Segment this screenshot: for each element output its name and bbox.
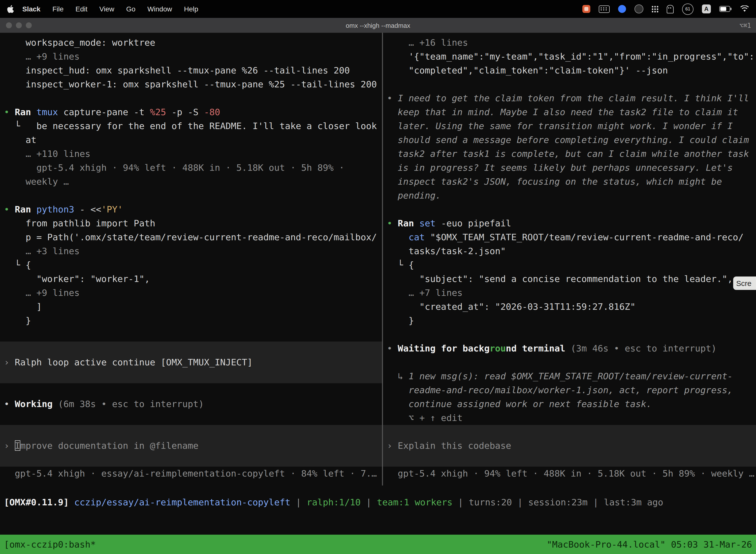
tmux-session-label: [omx-cczip0:bash* [4, 539, 96, 550]
terminal-line [383, 203, 756, 216]
terminal-text-segment: … +3 lines [4, 246, 80, 256]
terminal-text-segment: | [452, 497, 468, 507]
terminal-line: … +16 lines [383, 36, 756, 50]
overlay-tooltip: Scre [733, 277, 756, 290]
terminal-line: keep that in mind. Maybe I also need the… [383, 105, 756, 119]
terminal-text-segment: capture-pane -t [63, 107, 150, 117]
window-title-bar[interactable]: omx --xhigh --madmax ⌥⌘1 [0, 18, 756, 33]
terminal-text-segment: └ be necessary for the end of the README… [4, 121, 377, 131]
terminal-line: readme-and-reco/mailbox/worker-1.json, a… [383, 383, 756, 397]
terminal-text-segment: python3 [37, 204, 80, 214]
terminal-text-segment: inspect task2's JSON, focusing on the st… [387, 176, 722, 187]
terminal-line: › Improve documentation in @filename [0, 439, 382, 453]
terminal-text-segment [69, 497, 74, 507]
terminal-text-segment: gpt-5.4 xhigh · essay/ai-reimplementatio… [4, 468, 377, 479]
terminal-text-segment: mprove documentation in @filename [20, 440, 198, 451]
terminal-text-segment: | [512, 497, 528, 507]
terminal-line: tasks/task-2.json" [383, 244, 756, 258]
wifi-icon[interactable] [740, 5, 749, 12]
terminal-text-segment: Ralph loop active continue [OMX_TMUX_INJ… [15, 357, 253, 367]
terminal-line: • I need to get the claim token from the… [383, 91, 756, 105]
terminal-line: cat "$OMX_TEAM_STATE_ROOT/team/review-cu… [383, 230, 756, 244]
terminal-text-segment: (6m 38s • esc to interrupt) [58, 399, 204, 409]
window-title: omx --xhigh --madmax [0, 21, 756, 29]
terminal-text-segment: set [420, 218, 441, 228]
terminal-text-segment: Ran [15, 204, 37, 214]
terminal-text-segment: cat [408, 232, 430, 242]
menu-item-window[interactable]: Window [142, 0, 178, 18]
blue-app-icon[interactable] [618, 5, 626, 13]
menu-item-help[interactable]: Help [179, 0, 204, 18]
menu-item-go[interactable]: Go [121, 0, 141, 18]
battery-icon[interactable] [719, 6, 732, 12]
terminal-right-pane[interactable]: … +16 lines '{"team_name":"my-team","tas… [383, 33, 756, 489]
terminal-text-segment: later. Using the same for transition mig… [387, 121, 733, 131]
terminal-line: from pathlib import Path [0, 216, 382, 230]
terminal-line [0, 453, 382, 466]
terminal-line: continue assigned work or next feasible … [383, 397, 756, 411]
terminal-line: "completed","claim_token":"claim-token"}… [383, 63, 756, 77]
terminal-text-segment: gpt-5.4 xhigh · 94% left · 488K in · 5.1… [4, 162, 344, 173]
terminal-text-segment: | [361, 497, 377, 507]
terminal-text-segment: Explain this codebase [398, 440, 511, 451]
terminal-text-segment: keep that in mind. Maybe I also need the… [387, 107, 738, 117]
terminal-text-segment: - << [80, 204, 101, 214]
input-source-icon[interactable]: A [702, 4, 711, 13]
terminal-text-segment: workspace_mode: worktree [4, 37, 155, 48]
terminal-text-segment: } [4, 315, 31, 326]
terminal-text-segment: Waiting for backg [398, 343, 490, 353]
terminal-line [0, 189, 382, 203]
terminal-text-segment: -80 [204, 107, 220, 117]
terminal-text-segment: └ { [4, 260, 31, 270]
terminal-text-segment: p = Path('.omx/state/team/review-current… [4, 232, 377, 242]
terminal-line: at [0, 133, 382, 147]
terminal-text-segment: inspect_worker-1: omx sparkshell --tmux-… [4, 79, 377, 89]
terminal-line: p = Path('.omx/state/team/review-current… [0, 230, 382, 244]
terminal-text-segment: Working [15, 399, 58, 409]
terminal-line [383, 328, 756, 341]
terminal-line: is in progress? It seems likely but perh… [383, 161, 756, 175]
terminal-text-segment: %25 [150, 107, 166, 117]
terminal-text-segment: weekly … [4, 176, 69, 187]
tmux-status-bar: [omx-cczip0:bash* "MacBook-Pro-44.local"… [0, 535, 756, 554]
terminal-text-segment: inspect_hud: omx sparkshell --tmux-pane … [4, 65, 350, 75]
terminal-text-segment: continue assigned work or next feasible … [387, 399, 652, 409]
menu-app-name[interactable]: Slack [17, 0, 46, 18]
terminal-line: } [383, 314, 756, 328]
dots-grid-icon[interactable] [652, 6, 658, 12]
dark-app-icon[interactable] [634, 4, 643, 13]
terminal-line [383, 355, 756, 369]
terminal-left-pane[interactable]: workspace_mode: worktree … +9 lines insp… [0, 33, 382, 489]
terminal-text-segment: Ran [398, 218, 420, 228]
menu-item-edit[interactable]: Edit [70, 0, 93, 18]
terminal-line: "created_at": "2026-03-31T11:59:27.816Z" [383, 300, 756, 314]
ghost-icon[interactable] [667, 5, 674, 13]
terminal-text-segment: (3m 46s • esc to interrupt) [565, 343, 716, 353]
terminal-text-segment: from pathlib import Path [4, 218, 155, 228]
terminal-text-segment: … +9 lines [4, 287, 80, 298]
terminal-text-segment: I [15, 440, 20, 451]
terminal-text-segment: ⌥ + ↑ edit [387, 412, 462, 423]
terminal-text-segment: team:1 workers [377, 497, 452, 507]
terminal-text-segment: ↳ [387, 371, 408, 381]
terminal-text-segment: last:3m ago [604, 497, 664, 507]
menu-item-file[interactable]: File [47, 0, 69, 18]
terminal-line [0, 341, 382, 355]
terminal-line: should send a message before completing … [383, 133, 756, 147]
terminal-line: ] [0, 300, 382, 314]
terminal-text-segment: 1 new msg(s): read $OMX_TEAM_STATE_ROOT/… [408, 371, 733, 381]
terminal-line [0, 369, 382, 383]
battery-percent-icon[interactable]: 61 [682, 3, 693, 15]
terminal-text-segment: -p -S [166, 107, 204, 117]
terminal-text-segment: | [291, 497, 307, 507]
apple-menu-icon[interactable] [7, 5, 14, 13]
terminal-line: • Waiting for background terminal (3m 46… [383, 341, 756, 355]
screen-recording-icon[interactable] [582, 5, 590, 13]
terminal-text-segment: "created_at": "2026-03-31T11:59:27.816Z" [387, 301, 635, 312]
keyboard-icon[interactable] [599, 5, 610, 13]
terminal-text-segment: • [4, 399, 15, 409]
menu-item-view[interactable]: View [94, 0, 120, 18]
terminal-line: '{"team_name":"my-team","task_id":"1","f… [383, 50, 756, 63]
terminal-line: later. Using the same for transition mig… [383, 119, 756, 133]
terminal-line [0, 328, 382, 341]
